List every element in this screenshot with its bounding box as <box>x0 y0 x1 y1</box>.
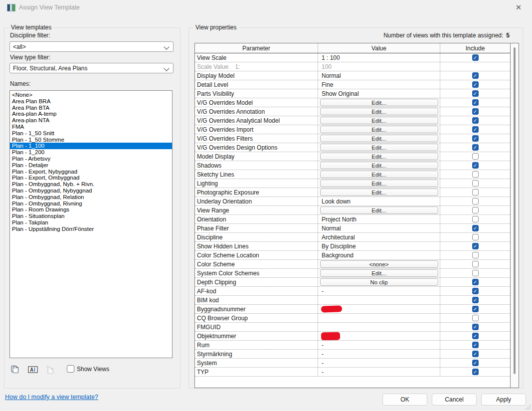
resize-grip[interactable] <box>526 405 531 410</box>
include-checkbox[interactable] <box>472 198 479 205</box>
table-row[interactable]: Objektnummer <box>195 332 510 341</box>
list-item[interactable]: Plan - Uppställning Dörr/Fönster <box>10 226 172 232</box>
table-row[interactable]: Rum- <box>195 341 510 350</box>
table-row[interactable]: V/G Overrides Design OptionsEdit... <box>195 143 510 152</box>
include-checkbox[interactable] <box>472 342 479 348</box>
value-edit-button[interactable]: Edit... <box>320 135 438 142</box>
include-checkbox[interactable] <box>472 216 479 222</box>
column-header-value[interactable]: Value <box>318 43 440 53</box>
table-row[interactable]: Parts VisibilityShow Original <box>195 89 510 98</box>
table-row[interactable]: AF-kod- <box>195 287 510 296</box>
include-checkbox[interactable] <box>472 153 479 160</box>
include-checkbox[interactable] <box>472 99 479 106</box>
table-row[interactable]: Byggnadsnummer <box>195 305 510 314</box>
table-row[interactable]: Photographic ExposureEdit... <box>195 188 510 197</box>
table-row[interactable]: View RangeEdit... <box>195 206 510 215</box>
list-item[interactable]: Plan - Export, Nybyggnad <box>10 169 172 175</box>
include-checkbox[interactable] <box>472 360 479 366</box>
show-views-checkbox[interactable]: Show Views <box>67 365 109 373</box>
value-edit-button[interactable]: Edit... <box>320 126 438 133</box>
value-edit-button[interactable]: Edit... <box>320 144 438 151</box>
table-row[interactable]: Phase FilterNormal <box>195 224 510 233</box>
include-checkbox[interactable] <box>472 234 479 240</box>
table-row[interactable]: V/G Overrides AnnotationEdit... <box>195 107 510 116</box>
include-checkbox[interactable] <box>472 180 479 187</box>
list-item[interactable]: Area-plan A-temp <box>10 111 172 117</box>
table-row[interactable]: Depth ClippingNo clip <box>195 278 510 287</box>
include-checkbox[interactable] <box>472 225 479 231</box>
include-checkbox[interactable] <box>472 306 479 312</box>
duplicate-icon[interactable] <box>9 364 20 375</box>
table-row[interactable]: OrientationProject North <box>195 215 510 224</box>
table-row[interactable]: CQ Browser Group <box>195 314 510 323</box>
table-row[interactable]: Color Scheme LocationBackground <box>195 251 510 260</box>
column-header-parameter[interactable]: Parameter <box>195 43 318 53</box>
table-row[interactable]: System- <box>195 359 510 368</box>
table-row[interactable]: DisciplineArchitectural <box>195 233 510 242</box>
include-checkbox[interactable] <box>472 243 479 249</box>
include-checkbox[interactable] <box>472 333 479 339</box>
include-checkbox[interactable] <box>472 315 479 321</box>
close-icon[interactable]: ✕ <box>509 1 528 14</box>
names-listbox[interactable]: <None>Area Plan BRAArea Plan BTAArea-pla… <box>9 90 173 358</box>
value-edit-button[interactable]: Edit... <box>320 153 438 160</box>
table-row[interactable]: Color Scheme<none> <box>195 260 510 269</box>
table-row[interactable]: Show Hidden LinesBy Discipline <box>195 242 510 251</box>
table-row[interactable]: Scale Value 1:100 <box>195 62 510 71</box>
value-edit-button[interactable]: Edit... <box>320 171 438 178</box>
table-row[interactable]: V/G Overrides FiltersEdit... <box>195 134 510 143</box>
list-item[interactable]: Plan - Export, Ombyggnad <box>10 175 172 181</box>
include-checkbox[interactable] <box>472 90 479 97</box>
list-item[interactable]: Area-plan NTA <box>10 117 172 124</box>
value-edit-button[interactable]: <none> <box>320 260 438 268</box>
list-item[interactable]: Plan - 1_50 Snitt <box>10 130 172 137</box>
list-item[interactable]: Area Plan BTA <box>10 105 172 111</box>
value-edit-button[interactable]: Edit... <box>320 108 438 115</box>
include-checkbox[interactable] <box>472 324 479 330</box>
include-checkbox[interactable] <box>472 162 479 169</box>
include-checkbox[interactable] <box>472 288 479 294</box>
list-item[interactable]: FMA <box>10 124 172 130</box>
list-item[interactable]: Plan - Arbetsvy <box>10 156 172 162</box>
list-item[interactable]: Plan - 1_50 Stomme <box>10 137 172 143</box>
include-checkbox[interactable] <box>472 171 479 178</box>
include-checkbox[interactable] <box>472 207 479 213</box>
value-edit-button[interactable]: No clip <box>320 278 438 286</box>
include-checkbox[interactable] <box>472 126 479 133</box>
value-edit-button[interactable]: Edit... <box>320 99 438 106</box>
value-edit-button[interactable]: Edit... <box>320 162 438 169</box>
table-scrollbar[interactable] <box>511 43 519 388</box>
list-item[interactable]: Plan - Takplan <box>10 219 172 226</box>
include-checkbox[interactable] <box>472 297 479 303</box>
value-edit-button[interactable]: Edit... <box>320 206 438 214</box>
list-item[interactable]: Plan - Ombyggnad, Nybyggnad <box>10 188 172 194</box>
include-checkbox[interactable] <box>472 135 479 142</box>
include-checkbox[interactable] <box>472 72 479 79</box>
list-item[interactable]: Plan - Ombyggnad, Nyb. + Rivn. <box>10 181 172 188</box>
help-link[interactable]: How do I modify a view template? <box>5 394 98 401</box>
scrollbar-thumb[interactable] <box>514 47 516 374</box>
table-row[interactable]: ShadowsEdit... <box>195 161 510 170</box>
include-checkbox[interactable] <box>472 54 479 61</box>
value-edit-button[interactable]: Edit... <box>320 189 438 196</box>
include-checkbox[interactable] <box>472 252 479 258</box>
list-item[interactable]: Area Plan BRA <box>10 98 172 105</box>
table-row[interactable]: V/G Overrides ImportEdit... <box>195 125 510 134</box>
list-item[interactable]: Plan - 1_200 <box>10 149 172 156</box>
table-row[interactable]: Display ModelNormal <box>195 71 510 80</box>
include-checkbox[interactable] <box>472 351 479 357</box>
table-row[interactable]: Sketchy LinesEdit... <box>195 170 510 179</box>
include-checkbox[interactable] <box>472 369 479 375</box>
include-checkbox[interactable] <box>472 270 479 276</box>
list-item[interactable]: <None> <box>10 92 172 98</box>
table-row[interactable]: V/G Overrides ModelEdit... <box>195 98 510 107</box>
value-edit-button[interactable]: Edit... <box>320 269 438 277</box>
cancel-button[interactable]: Cancel <box>432 394 477 406</box>
discipline-filter-select[interactable]: <all> <box>9 41 174 52</box>
table-row[interactable]: TYP- <box>195 368 510 377</box>
table-row[interactable]: FMGUID <box>195 323 510 332</box>
apply-button[interactable]: Apply <box>481 394 526 406</box>
ok-button[interactable]: OK <box>382 394 427 406</box>
include-checkbox[interactable] <box>472 144 479 151</box>
list-item[interactable]: Plan - Ombyggnad, Relation <box>10 194 172 201</box>
